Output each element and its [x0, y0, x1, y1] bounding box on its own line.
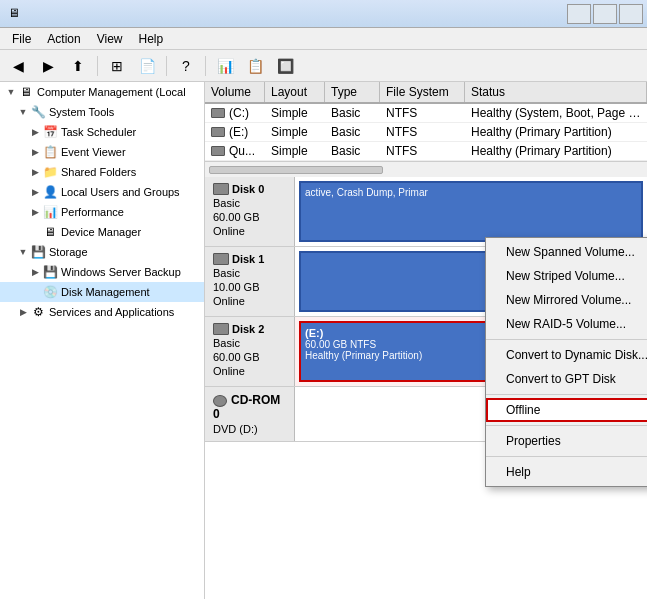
tree-label: Task Scheduler	[61, 126, 136, 138]
tree-label: Storage	[49, 246, 88, 258]
cm-item-offline[interactable]: Offline	[486, 398, 647, 422]
table-row[interactable]: (C:) Simple Basic NTFS Healthy (System, …	[205, 104, 647, 123]
disk-info-disk1: Disk 1 Basic 10.00 GB Online	[205, 247, 295, 316]
table-header: Volume Layout Type File System Status	[205, 82, 647, 104]
tree-item-task-scheduler[interactable]: ▶📅Task Scheduler	[0, 122, 204, 142]
cell-layout: Simple	[265, 104, 325, 122]
maximize-button[interactable]	[593, 4, 617, 24]
expand-icon[interactable]: ▼	[16, 245, 30, 259]
tree-container: ▼🖥Computer Management (Local▼🔧System Too…	[0, 82, 204, 322]
forward-button[interactable]: ▶	[34, 53, 62, 79]
partition-block[interactable]: active, Crash Dump, Primar	[299, 181, 643, 242]
expand-icon[interactable]	[28, 225, 42, 239]
disk-size: 60.00 GB	[213, 351, 286, 363]
right-panel: Volume Layout Type File System Status (C…	[205, 82, 647, 599]
cell-type: Basic	[325, 104, 380, 122]
tree-item-system-tools[interactable]: ▼🔧System Tools	[0, 102, 204, 122]
menu-bar: File Action View Help	[0, 28, 647, 50]
cm-item-help[interactable]: Help	[486, 460, 647, 484]
tree-item-disk-mgmt[interactable]: 💿Disk Management	[0, 282, 204, 302]
cell-type: Basic	[325, 142, 380, 160]
scrollbar-thumb[interactable]	[209, 166, 383, 174]
cm-separator	[486, 339, 647, 340]
help-button[interactable]: ?	[172, 53, 200, 79]
cm-item-convert-to-gpt-disk[interactable]: Convert to GPT Disk	[486, 367, 647, 391]
tree-item-root[interactable]: ▼🖥Computer Management (Local	[0, 82, 204, 102]
col-type[interactable]: Type	[325, 82, 380, 102]
tree-item-local-users[interactable]: ▶👤Local Users and Groups	[0, 182, 204, 202]
disk-name-row: Disk 1	[213, 253, 286, 265]
extra-button3[interactable]: 🔲	[271, 53, 299, 79]
cell-volume: (C:)	[205, 104, 265, 122]
disk-status: Online	[213, 365, 286, 377]
cm-item-new-raid-5-volume[interactable]: New RAID-5 Volume...	[486, 312, 647, 336]
up-button[interactable]: ⬆	[64, 53, 92, 79]
tree-label: Services and Applications	[49, 306, 174, 318]
tree-item-services[interactable]: ▶⚙Services and Applications	[0, 302, 204, 322]
tree-item-device-manager[interactable]: 🖥Device Manager	[0, 222, 204, 242]
expand-icon[interactable]: ▶	[28, 185, 42, 199]
back-button[interactable]: ◀	[4, 53, 32, 79]
menu-action[interactable]: Action	[39, 30, 88, 48]
cm-item-new-spanned-volume[interactable]: New Spanned Volume...	[486, 240, 647, 264]
disk-type: Basic	[213, 337, 286, 349]
cm-separator	[486, 456, 647, 457]
drive-icon	[211, 146, 225, 156]
cm-item-new-striped-volume[interactable]: New Striped Volume...	[486, 264, 647, 288]
expand-icon[interactable]: ▶	[28, 205, 42, 219]
col-volume[interactable]: Volume	[205, 82, 265, 102]
tree-item-performance[interactable]: ▶📊Performance	[0, 202, 204, 222]
extra-button2[interactable]: 📋	[241, 53, 269, 79]
cm-item-convert-to-dynamic-disk[interactable]: Convert to Dynamic Disk...	[486, 343, 647, 367]
disk-name-row: Disk 2	[213, 323, 286, 335]
toolbar-sep3	[205, 56, 206, 76]
node-icon: 🖥	[18, 84, 34, 100]
expand-icon[interactable]: ▼	[4, 85, 18, 99]
extra-button1[interactable]: 📊	[211, 53, 239, 79]
app-icon: 🖥	[8, 6, 24, 22]
partition-detail: active, Crash Dump, Primar	[305, 187, 637, 198]
node-icon: 📅	[42, 124, 58, 140]
table-row[interactable]: Qu... Simple Basic NTFS Healthy (Primary…	[205, 142, 647, 161]
col-status[interactable]: Status	[465, 82, 647, 102]
cell-layout: Simple	[265, 142, 325, 160]
col-filesystem[interactable]: File System	[380, 82, 465, 102]
menu-help[interactable]: Help	[131, 30, 172, 48]
expand-icon[interactable]: ▶	[16, 305, 30, 319]
disk-size: 60.00 GB	[213, 211, 286, 223]
node-icon: 🔧	[30, 104, 46, 120]
disk-status: Online	[213, 225, 286, 237]
cm-item-new-mirrored-volume[interactable]: New Mirrored Volume...	[486, 288, 647, 312]
table-row[interactable]: (E:) Simple Basic NTFS Healthy (Primary …	[205, 123, 647, 142]
disk-size: 10.00 GB	[213, 281, 286, 293]
menu-file[interactable]: File	[4, 30, 39, 48]
tree-label: Event Viewer	[61, 146, 126, 158]
cm-item-properties[interactable]: Properties	[486, 429, 647, 453]
tree-item-storage[interactable]: ▼💾Storage	[0, 242, 204, 262]
expand-icon[interactable]: ▶	[28, 165, 42, 179]
close-button[interactable]	[619, 4, 643, 24]
tree-item-wsb[interactable]: ▶💾Windows Server Backup	[0, 262, 204, 282]
context-menu: New Spanned Volume...New Striped Volume.…	[485, 237, 647, 487]
properties-button[interactable]: 📄	[133, 53, 161, 79]
expand-icon[interactable]: ▶	[28, 265, 42, 279]
horizontal-scrollbar[interactable]	[205, 161, 647, 177]
disk-name: CD-ROM 0	[213, 393, 286, 421]
tree-item-event-viewer[interactable]: ▶📋Event Viewer	[0, 142, 204, 162]
col-layout[interactable]: Layout	[265, 82, 325, 102]
expand-icon[interactable]: ▼	[16, 105, 30, 119]
cm-separator	[486, 394, 647, 395]
expand-icon[interactable]	[28, 285, 42, 299]
expand-icon[interactable]: ▶	[28, 125, 42, 139]
disk-status: Online	[213, 295, 286, 307]
menu-view[interactable]: View	[89, 30, 131, 48]
node-icon: 🖥	[42, 224, 58, 240]
node-icon: 📊	[42, 204, 58, 220]
action-button[interactable]: ⊞	[103, 53, 131, 79]
tree-item-shared-folders[interactable]: ▶📁Shared Folders	[0, 162, 204, 182]
main-container: ▼🖥Computer Management (Local▼🔧System Too…	[0, 82, 647, 599]
disk-name-row: Disk 0	[213, 183, 286, 195]
expand-icon[interactable]: ▶	[28, 145, 42, 159]
minimize-button[interactable]	[567, 4, 591, 24]
drive-icon	[211, 108, 225, 118]
